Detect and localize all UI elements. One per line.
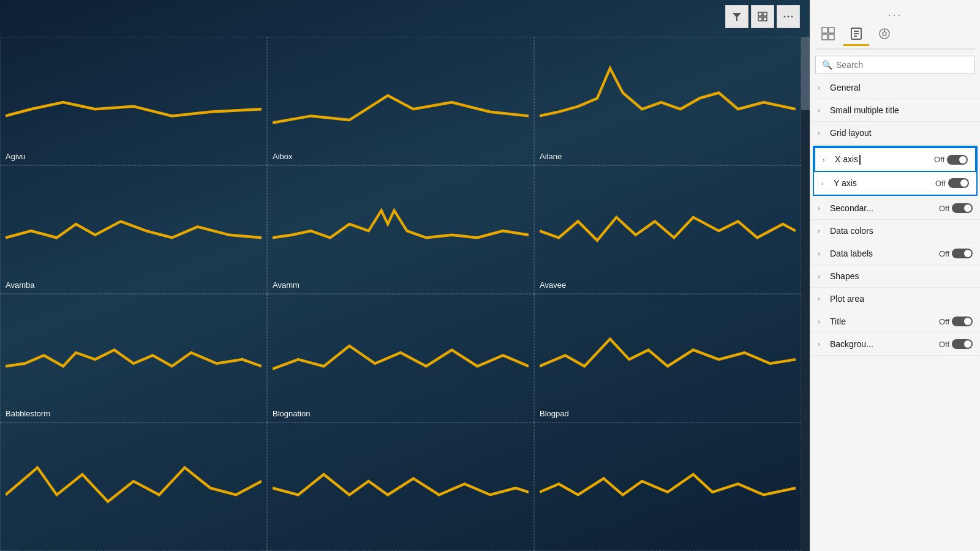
- search-input[interactable]: [836, 60, 968, 70]
- chart-avamba: Avamba: [0, 165, 267, 294]
- section-plot-area[interactable]: › Plot area: [810, 288, 980, 310]
- y-axis-toggle-track[interactable]: [948, 178, 969, 188]
- svg-rect-9: [829, 28, 834, 33]
- chevron-background: ›: [818, 340, 825, 348]
- section-general[interactable]: › General: [810, 77, 980, 99]
- svg-marker-0: [733, 13, 741, 21]
- title-toggle-text: Off: [939, 317, 949, 326]
- chart-label-blogpad: Blogpad: [540, 409, 569, 418]
- section-background[interactable]: › Backgrou... Off: [810, 333, 980, 356]
- section-title[interactable]: › Title Off: [810, 310, 980, 333]
- panel-tabs: [815, 23, 975, 50]
- background-toggle-text: Off: [939, 340, 949, 349]
- tab-grid[interactable]: [815, 23, 841, 46]
- chevron-secondary: ›: [818, 204, 825, 212]
- chart-avamm: Avamm: [267, 165, 534, 294]
- background-toggle-wrap: Off: [939, 339, 973, 349]
- secondary-toggle-track[interactable]: [952, 203, 973, 213]
- search-icon: 🔍: [822, 60, 832, 70]
- secondary-toggle-text: Off: [939, 204, 949, 213]
- chart-label-avavee: Avavee: [540, 280, 566, 290]
- svg-rect-8: [822, 28, 827, 33]
- chart-label-agivu: Agivu: [6, 152, 26, 161]
- section-small-multiple-title[interactable]: › Small multiple title: [810, 99, 980, 122]
- section-label-data-labels: Data labels: [830, 249, 939, 258]
- panel-more-dots[interactable]: ...: [815, 4, 975, 23]
- section-label-data-colors: Data colors: [830, 226, 973, 236]
- section-data-labels[interactable]: › Data labels Off: [810, 242, 980, 265]
- section-y-axis[interactable]: › Y axis Off: [814, 172, 976, 195]
- chevron-plot-area: ›: [818, 295, 825, 302]
- svg-rect-11: [829, 34, 834, 40]
- chart-agivu: Agivu: [0, 37, 267, 165]
- more-options-button[interactable]: [777, 5, 800, 28]
- small-multiples-grid: Agivu Aibox Ailane Avamba Avamm: [0, 37, 801, 551]
- chevron-data-labels: ›: [818, 250, 825, 257]
- svg-rect-3: [758, 17, 762, 21]
- section-label-secondary: Secondar...: [830, 203, 939, 213]
- section-label-background: Backgrou...: [830, 339, 939, 349]
- chart-label-blognation: Blognation: [273, 409, 310, 418]
- chart-panel: Agivu Aibox Ailane Avamba Avamm: [0, 0, 810, 551]
- title-toggle-wrap: Off: [939, 317, 973, 326]
- search-box[interactable]: 🔍: [815, 56, 975, 74]
- chart-scrollbar[interactable]: [801, 37, 810, 551]
- section-data-colors[interactable]: › Data colors: [810, 220, 980, 242]
- section-secondary[interactable]: › Secondar... Off: [810, 197, 980, 220]
- section-x-axis[interactable]: › X axis Off: [814, 147, 976, 172]
- data-labels-toggle-text: Off: [939, 249, 949, 258]
- chart-label-ailane: Ailane: [540, 152, 562, 161]
- expand-button[interactable]: [751, 5, 774, 28]
- chart-label-aibox: Aibox: [273, 152, 293, 161]
- chart-label-avamm: Avamm: [273, 280, 300, 290]
- axis-highlight-box: › X axis Off › Y axis Off: [813, 146, 978, 196]
- y-axis-toggle[interactable]: [948, 178, 969, 188]
- section-label-small-multiple-title: Small multiple title: [830, 105, 973, 115]
- chart-blogpad: Blogpad: [534, 294, 801, 422]
- svg-rect-1: [758, 12, 762, 16]
- tab-format[interactable]: [843, 23, 869, 46]
- svg-point-17: [883, 32, 886, 36]
- section-shapes[interactable]: › Shapes: [810, 265, 980, 288]
- x-axis-toggle[interactable]: [947, 155, 968, 165]
- chart-row4col1: [267, 422, 534, 551]
- secondary-toggle-wrap: Off: [939, 203, 973, 213]
- chevron-grid-layout: ›: [818, 129, 825, 137]
- chevron-data-colors: ›: [818, 227, 825, 234]
- chart-avavee: Avavee: [534, 165, 801, 294]
- chart-toolbar: [725, 5, 800, 28]
- y-axis-toggle-text: Off: [935, 179, 946, 188]
- chart-blognation: Blognation: [267, 294, 534, 422]
- background-toggle[interactable]: [952, 339, 973, 349]
- title-toggle-track[interactable]: [952, 317, 973, 326]
- right-panel: ... 🔍 › General › Small multiple ti: [810, 0, 980, 551]
- section-label-plot-area: Plot area: [830, 294, 973, 304]
- background-toggle-track[interactable]: [952, 339, 973, 349]
- x-axis-toggle-text: Off: [934, 155, 944, 164]
- section-grid-layout[interactable]: › Grid layout: [810, 122, 980, 144]
- chevron-title: ›: [818, 318, 825, 325]
- chevron-small-multiple-title: ›: [818, 107, 825, 114]
- title-toggle[interactable]: [952, 317, 973, 326]
- chevron-x-axis: ›: [823, 156, 830, 163]
- filter-button[interactable]: [725, 5, 748, 28]
- data-labels-toggle-track[interactable]: [952, 249, 973, 258]
- panel-header: ...: [810, 0, 980, 50]
- svg-rect-10: [822, 34, 827, 40]
- x-axis-toggle-track[interactable]: [947, 155, 968, 165]
- data-labels-toggle[interactable]: [952, 249, 973, 258]
- secondary-toggle[interactable]: [952, 203, 973, 213]
- svg-point-7: [791, 16, 793, 18]
- chart-label-avamba: Avamba: [6, 280, 34, 290]
- svg-rect-2: [763, 12, 767, 16]
- chart-babblestorm: Babblestorm: [0, 294, 267, 422]
- section-label-grid-layout: Grid layout: [830, 128, 973, 138]
- tab-analytics[interactable]: [872, 23, 897, 46]
- svg-rect-4: [763, 17, 767, 21]
- chart-aibox: Aibox: [267, 37, 534, 165]
- svg-point-6: [788, 16, 790, 18]
- chart-row4col0: [0, 422, 267, 551]
- sections-list: › General › Small multiple title › Grid …: [810, 77, 980, 551]
- svg-point-5: [784, 16, 786, 18]
- scrollbar-thumb[interactable]: [801, 37, 810, 110]
